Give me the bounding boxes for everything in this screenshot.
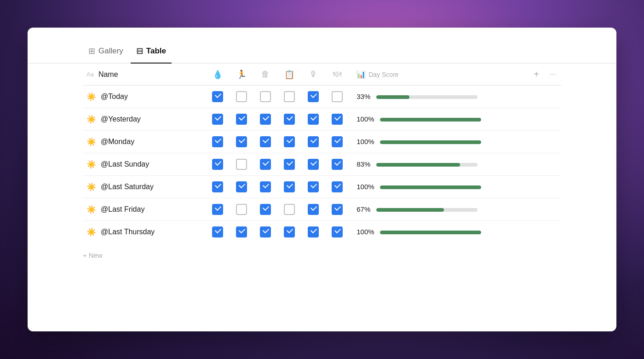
check-cell[interactable] — [325, 221, 349, 243]
checkbox-unchecked[interactable] — [236, 204, 247, 215]
col-header-more[interactable]: ··· — [545, 64, 561, 86]
score-cell: 100% — [349, 176, 528, 198]
checkbox-checked[interactable] — [284, 136, 295, 147]
check-cell[interactable] — [253, 131, 277, 153]
score-cell: 100% — [349, 131, 528, 153]
checkbox-checked[interactable] — [332, 159, 343, 170]
check-cell[interactable] — [325, 131, 349, 153]
checkbox-checked[interactable] — [308, 181, 319, 192]
check-cell[interactable] — [301, 131, 325, 153]
check-cell[interactable] — [301, 86, 325, 108]
checkbox-checked[interactable] — [212, 136, 223, 147]
check-cell[interactable] — [253, 176, 277, 198]
checkbox-checked[interactable] — [332, 136, 343, 147]
check-cell[interactable] — [253, 86, 277, 108]
check-cell[interactable] — [325, 153, 349, 176]
checkbox-unchecked[interactable] — [236, 91, 247, 102]
check-cell[interactable] — [206, 153, 230, 176]
checkbox-checked[interactable] — [212, 181, 223, 192]
checkbox-checked[interactable] — [236, 181, 247, 192]
checkbox-unchecked[interactable] — [284, 91, 295, 102]
progress-bar — [380, 231, 481, 234]
check-cell[interactable] — [206, 108, 230, 131]
check-cell[interactable] — [277, 86, 301, 108]
checkbox-checked[interactable] — [236, 136, 247, 147]
check-cell[interactable] — [206, 86, 230, 108]
checkbox-checked[interactable] — [332, 114, 343, 125]
checkbox-unchecked[interactable] — [236, 159, 247, 170]
checkbox-unchecked[interactable] — [260, 91, 271, 102]
check-cell[interactable] — [301, 153, 325, 176]
checkbox-checked[interactable] — [308, 136, 319, 147]
check-cell[interactable] — [206, 221, 230, 243]
check-cell[interactable] — [301, 198, 325, 221]
check-cell[interactable] — [230, 108, 253, 131]
col-header-add[interactable]: + — [528, 64, 545, 86]
row-name: ☀️ @Last Sunday — [86, 160, 202, 169]
checkbox-checked[interactable] — [332, 181, 343, 192]
check-cell[interactable] — [206, 198, 230, 221]
score-cell: 67% — [349, 198, 528, 221]
checkbox-checked[interactable] — [260, 136, 271, 147]
checkbox-checked[interactable] — [332, 226, 343, 237]
checkbox-checked[interactable] — [308, 226, 319, 237]
checkbox-checked[interactable] — [332, 204, 343, 215]
check-cell[interactable] — [253, 198, 277, 221]
check-cell[interactable] — [230, 153, 253, 176]
checkbox-checked[interactable] — [308, 114, 319, 125]
check-cell[interactable] — [277, 198, 301, 221]
check-cell[interactable] — [277, 131, 301, 153]
check-cell[interactable] — [277, 221, 301, 243]
checkbox-checked[interactable] — [308, 159, 319, 170]
check-cell[interactable] — [206, 131, 230, 153]
check-cell[interactable] — [277, 153, 301, 176]
checkbox-unchecked[interactable] — [332, 91, 343, 102]
checkbox-checked[interactable] — [308, 91, 319, 102]
checkbox-checked[interactable] — [284, 114, 295, 125]
check-cell[interactable] — [253, 153, 277, 176]
name-col-prefix: Aa — [86, 71, 94, 78]
check-cell[interactable] — [301, 176, 325, 198]
row-name-text: @Monday — [101, 138, 134, 146]
checkbox-checked[interactable] — [212, 204, 223, 215]
check-cell[interactable] — [253, 108, 277, 131]
check-cell[interactable] — [301, 221, 325, 243]
check-cell[interactable] — [230, 131, 253, 153]
checkbox-unchecked[interactable] — [284, 204, 295, 215]
check-cell[interactable] — [277, 108, 301, 131]
check-cell[interactable] — [325, 86, 349, 108]
checkbox-checked[interactable] — [284, 159, 295, 170]
checkbox-checked[interactable] — [236, 114, 247, 125]
check-cell[interactable] — [277, 176, 301, 198]
check-cell[interactable] — [325, 176, 349, 198]
check-cell[interactable] — [230, 86, 253, 108]
check-cell[interactable] — [325, 108, 349, 131]
checkbox-checked[interactable] — [284, 226, 295, 237]
check-cell[interactable] — [301, 108, 325, 131]
checkbox-checked[interactable] — [260, 181, 271, 192]
checkbox-checked[interactable] — [308, 204, 319, 215]
checkbox-checked[interactable] — [236, 226, 247, 237]
checkbox-checked[interactable] — [260, 114, 271, 125]
checkbox-checked[interactable] — [212, 159, 223, 170]
checkbox-checked[interactable] — [260, 226, 271, 237]
tab-table[interactable]: ⊟ Table — [131, 41, 172, 64]
progress-bar-fill — [376, 208, 444, 212]
row-more-col — [545, 221, 561, 243]
check-cell[interactable] — [230, 198, 253, 221]
check-cell[interactable] — [253, 221, 277, 243]
check-cell[interactable] — [206, 176, 230, 198]
check-cell[interactable] — [325, 198, 349, 221]
tab-gallery[interactable]: ⊞ Gallery — [83, 41, 129, 64]
check-cell[interactable] — [230, 221, 253, 243]
check-cell[interactable] — [230, 176, 253, 198]
progress-bar — [380, 118, 481, 122]
checkbox-checked[interactable] — [212, 226, 223, 237]
sun-icon: ☀️ — [86, 115, 96, 124]
checkbox-checked[interactable] — [260, 159, 271, 170]
checkbox-checked[interactable] — [212, 91, 223, 102]
add-new-button[interactable]: + New — [83, 243, 561, 259]
checkbox-checked[interactable] — [212, 114, 223, 125]
checkbox-checked[interactable] — [284, 181, 295, 192]
checkbox-checked[interactable] — [260, 204, 271, 215]
